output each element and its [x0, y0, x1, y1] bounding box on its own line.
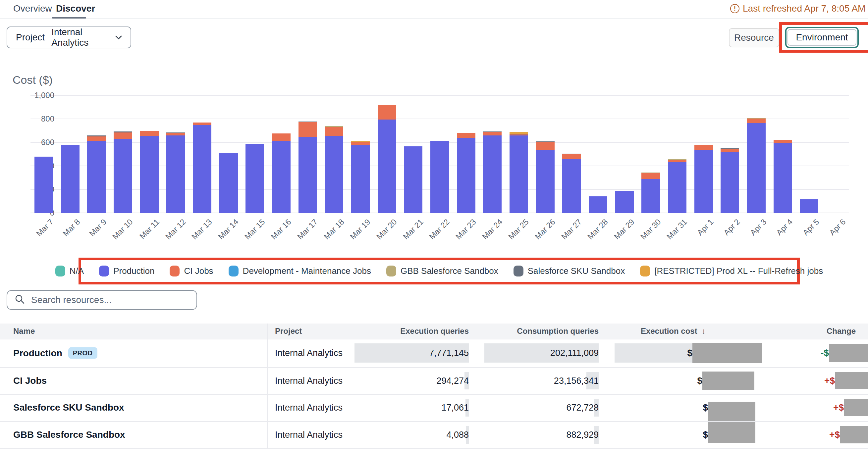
- stacked-bar[interactable]: [114, 131, 132, 213]
- sort-descending-icon: ↓: [702, 326, 706, 335]
- column-header-name[interactable]: Name: [13, 326, 35, 336]
- cost-dashboard: { "tabs": { "overview": "Overview", "dis…: [0, 0, 868, 451]
- stacked-bar[interactable]: [34, 157, 53, 213]
- legend-label: Production: [113, 266, 154, 276]
- bar-segment: [720, 152, 739, 213]
- tab-discover[interactable]: Discover: [56, 3, 95, 14]
- execution-cost-cell: $: [693, 429, 708, 440]
- table-row[interactable]: CI JobsInternal Analytics294,27423,156,3…: [0, 367, 868, 394]
- execution-cost-cell: $: [688, 376, 702, 386]
- stacked-bar[interactable]: [509, 132, 528, 213]
- bar-slot-mar-19: Mar 19: [347, 95, 374, 213]
- column-header-execution-queries[interactable]: Execution queries: [336, 326, 469, 336]
- stacked-bar[interactable]: [193, 123, 211, 213]
- bar-segment: [747, 123, 766, 213]
- bar-slot-mar-21: Mar 21: [400, 95, 426, 213]
- stacked-bar[interactable]: [166, 132, 185, 213]
- stacked-bar[interactable]: [246, 144, 264, 213]
- resource-name[interactable]: ProductionPROD: [13, 347, 97, 359]
- stacked-bar[interactable]: [694, 145, 713, 213]
- bar-slot-apr-2: Apr 2: [717, 95, 743, 213]
- column-header-change[interactable]: Change: [723, 326, 856, 336]
- resource-name-text: Salesforce SKU Sandbox: [13, 402, 124, 413]
- x-axis-tick-label: Mar 29: [612, 217, 637, 241]
- bar-segment: [325, 127, 343, 136]
- table-row-divider: [0, 367, 868, 368]
- prod-badge: PROD: [68, 347, 97, 359]
- column-header-execution-cost[interactable]: Execution cost ↓: [573, 326, 706, 336]
- cost-bar-chart: 02004006008001,000Mar 7Mar 8Mar 9Mar 10M…: [30, 95, 849, 213]
- legend-item[interactable]: Development - Maintenance Jobs: [228, 265, 371, 277]
- x-axis-tick-label: Apr 1: [695, 217, 715, 237]
- stacked-bar[interactable]: [615, 191, 634, 213]
- stacked-bar[interactable]: [378, 105, 396, 213]
- search-resources-input[interactable]: Search resources...: [7, 290, 197, 310]
- legend-item[interactable]: CI Jobs: [169, 265, 213, 277]
- legend-label: Development - Maintenance Jobs: [243, 266, 371, 276]
- grouping-toggle: Resource Environment: [729, 20, 868, 56]
- bar-segment: [641, 173, 660, 179]
- x-axis-tick-label: Mar 9: [88, 217, 108, 238]
- stacked-bar[interactable]: [351, 141, 370, 213]
- stacked-bar[interactable]: [87, 135, 106, 213]
- legend-swatch: [386, 265, 396, 277]
- bar-slot-mar-17: Mar 17: [294, 95, 321, 213]
- change-cell: -$: [799, 348, 829, 358]
- stacked-bar[interactable]: [720, 148, 739, 213]
- bar-segment: [378, 105, 396, 120]
- legend-label: CI Jobs: [184, 266, 213, 276]
- table-row[interactable]: ProductionPRODInternal Analytics7,771,14…: [0, 339, 868, 367]
- legend-item[interactable]: Salesforce SKU Sandbox: [514, 265, 625, 277]
- bar-slot-mar-22: Mar 22: [426, 95, 453, 213]
- x-axis-tick-label: Apr 2: [722, 217, 742, 237]
- column-header-project[interactable]: Project: [275, 326, 302, 336]
- stacked-bar[interactable]: [430, 141, 449, 213]
- stacked-bar[interactable]: [800, 199, 818, 213]
- stacked-bar[interactable]: [774, 140, 792, 213]
- legend-item[interactable]: N/A: [55, 265, 84, 277]
- stacked-bar[interactable]: [61, 145, 80, 213]
- stacked-bar[interactable]: [536, 141, 555, 213]
- x-axis-tick-label: Mar 24: [480, 217, 504, 241]
- bar-slot-mar-25: Mar 25: [505, 95, 532, 213]
- resource-name[interactable]: Salesforce SKU Sandbox: [13, 402, 124, 413]
- stacked-bar[interactable]: [589, 196, 607, 213]
- stacked-bar[interactable]: [404, 147, 423, 213]
- stacked-bar[interactable]: [747, 118, 766, 213]
- stacked-bar[interactable]: [641, 172, 660, 213]
- bar-slot-mar-12: Mar 12: [162, 95, 189, 213]
- stacked-bar[interactable]: [140, 131, 159, 213]
- stacked-bar[interactable]: [325, 126, 343, 213]
- stacked-bar[interactable]: [668, 159, 686, 213]
- execution-queries-cell: 294,274: [330, 376, 469, 386]
- stacked-bar[interactable]: [562, 154, 581, 213]
- legend-item[interactable]: Production: [99, 265, 154, 277]
- stacked-bar[interactable]: [299, 122, 317, 213]
- x-axis-tick-label: Mar 21: [401, 217, 425, 241]
- search-icon: [14, 294, 25, 306]
- bar-segment: [272, 141, 290, 213]
- legend-item[interactable]: GBB Salesforce Sandbox: [386, 265, 498, 277]
- bar-segment: [668, 162, 686, 213]
- stacked-bar[interactable]: [219, 153, 238, 213]
- bar-segment: [87, 136, 106, 140]
- stacked-bar[interactable]: [272, 133, 290, 213]
- x-axis-tick-label: Mar 18: [322, 217, 346, 241]
- tab-overview[interactable]: Overview: [13, 3, 52, 14]
- bar-slot-apr-6: Apr 6: [822, 95, 849, 213]
- legend-label: GBB Salesforce Sandbox: [401, 266, 498, 276]
- bar-segment: [219, 153, 238, 213]
- environment-toggle-button[interactable]: Environment: [787, 29, 857, 46]
- legend-item[interactable]: [RESTRICTED] Prod XL -- Full-Refresh job…: [640, 265, 823, 277]
- resource-name[interactable]: GBB Salesforce Sandbox: [13, 429, 125, 440]
- resource-name[interactable]: CI Jobs: [13, 376, 47, 386]
- x-axis-tick-label: Mar 10: [111, 217, 135, 241]
- stacked-bar[interactable]: [457, 133, 475, 213]
- stacked-bar[interactable]: [483, 131, 502, 213]
- bar-slot-mar-15: Mar 15: [242, 95, 268, 213]
- resource-toggle-button[interactable]: Resource: [729, 28, 779, 47]
- bar-slot-apr-5: Apr 5: [796, 95, 822, 213]
- execution-queries-cell: 7,771,145: [330, 348, 469, 358]
- legend-swatch: [514, 265, 523, 277]
- project-filter-dropdown[interactable]: Project Internal Analytics: [7, 27, 131, 49]
